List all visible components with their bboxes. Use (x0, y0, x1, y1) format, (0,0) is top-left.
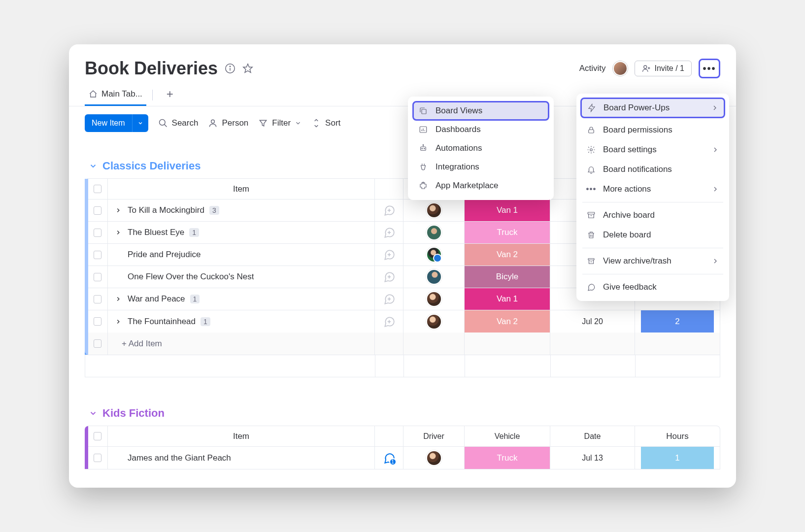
driver-avatar[interactable] (426, 202, 442, 218)
expand-icon[interactable] (114, 318, 123, 325)
expand-icon[interactable] (114, 229, 123, 236)
menu-settings-label: Board settings (603, 145, 657, 155)
item-name: The Bluest Eye (128, 228, 184, 237)
group-stripe (85, 426, 88, 469)
info-icon[interactable] (225, 63, 235, 74)
add-conversation-icon[interactable] (383, 270, 396, 283)
add-item-label: + Add Item (122, 339, 162, 349)
invite-icon (642, 64, 651, 73)
menu-integrations[interactable]: Integrations (413, 158, 549, 176)
driver-avatar[interactable] (426, 450, 442, 466)
conversation-icon[interactable]: 1 (383, 452, 396, 465)
row-checkbox[interactable] (94, 273, 101, 281)
chart-icon (419, 125, 429, 134)
menu-board-views[interactable]: Board Views (412, 101, 549, 121)
tab-main-table[interactable]: Main Tab... (85, 84, 146, 106)
select-all-checkbox[interactable] (94, 432, 101, 440)
table-row[interactable]: The Fountainhead1Van 2Jul 202 (85, 310, 720, 332)
svg-marker-33 (589, 104, 595, 112)
menu-marketplace-label: App Marketplace (436, 181, 499, 191)
chevron-right-icon (711, 104, 719, 112)
vehicle-cell[interactable]: Van 1 (465, 200, 550, 221)
date-cell[interactable]: Jul 13 (550, 447, 635, 469)
invite-button[interactable]: Invite / 1 (635, 61, 692, 76)
menu-permissions[interactable]: Board permissions (580, 120, 725, 140)
menu-delete-board-label: Delete board (603, 230, 651, 240)
menu-dashboards[interactable]: Dashboards (413, 120, 549, 139)
row-checkbox[interactable] (94, 317, 101, 326)
row-checkbox[interactable] (94, 295, 101, 303)
row-checkbox[interactable] (94, 206, 101, 215)
expand-icon[interactable] (114, 296, 123, 302)
activity-avatar[interactable] (613, 61, 628, 76)
menu-automations[interactable]: Automations (413, 139, 549, 158)
group-kids-grid: Item Driver Vehicle Date Hours James and… (85, 426, 720, 469)
select-all-checkbox[interactable] (94, 185, 101, 193)
add-conversation-icon[interactable] (383, 226, 396, 239)
driver-avatar[interactable] (426, 291, 442, 307)
menu-feedback[interactable]: Give feedback (580, 277, 725, 297)
menu-settings[interactable]: Board settings (580, 140, 725, 160)
activity-label[interactable]: Activity (579, 64, 606, 73)
invite-label: Invite / 1 (655, 64, 684, 73)
item-name: One Flew Over the Cuckoo's Nest (128, 272, 254, 282)
menu-power-ups-label: Board Power-Ups (604, 103, 670, 113)
new-item-button[interactable]: New Item (85, 114, 148, 132)
row-checkbox[interactable] (94, 229, 101, 237)
menu-power-ups[interactable]: Board Power-Ups (580, 98, 725, 118)
hours-cell[interactable]: 1 (641, 447, 714, 469)
add-conversation-icon[interactable] (383, 315, 396, 328)
menu-view-archive[interactable]: View archive/trash (580, 251, 725, 271)
vehicle-cell[interactable]: Van 2 (465, 244, 550, 266)
new-item-dropdown[interactable] (133, 114, 148, 132)
driver-avatar[interactable] (426, 225, 442, 240)
expand-icon[interactable] (114, 207, 123, 214)
vehicle-cell[interactable]: Bicyle (465, 266, 550, 288)
svg-rect-27 (421, 147, 426, 151)
add-conversation-icon[interactable] (383, 248, 396, 261)
menu-view-archive-label: View archive/trash (603, 256, 671, 266)
menu-notifications[interactable]: Board notifications (580, 160, 725, 179)
hours-cell[interactable]: 2 (641, 310, 714, 332)
vehicle-cell[interactable]: Truck (465, 447, 550, 469)
menu-archive-board[interactable]: Archive board (580, 205, 725, 225)
star-icon[interactable] (242, 63, 253, 74)
svg-point-35 (590, 149, 593, 151)
menu-divider (582, 202, 723, 202)
vehicle-cell[interactable]: Van 1 (465, 288, 550, 310)
row-checkbox[interactable] (94, 251, 101, 259)
row-checkbox[interactable] (94, 454, 101, 462)
group-kids-header[interactable]: Kids Fiction (89, 407, 720, 420)
person-tool[interactable]: Person (208, 118, 248, 128)
menu-delete-board[interactable]: Delete board (580, 225, 725, 245)
add-item-row[interactable]: + Add Item (85, 332, 720, 355)
vehicle-cell[interactable]: Van 2 (465, 310, 550, 332)
add-conversation-icon[interactable] (383, 293, 396, 305)
board-header: Book Deliveries Activity Invite / 1 ••• (69, 44, 736, 84)
menu-more-actions-label: More actions (603, 184, 651, 194)
driver-avatar[interactable] (426, 247, 442, 263)
add-tab-button[interactable]: + (167, 87, 173, 103)
driver-avatar[interactable] (426, 314, 442, 330)
item-name: The Fountainhead (128, 317, 196, 327)
search-tool[interactable]: Search (158, 118, 199, 128)
board-more-button[interactable]: ••• (699, 59, 720, 78)
svg-rect-36 (588, 212, 595, 214)
menu-more-actions[interactable]: ••• More actions (580, 179, 725, 199)
dots-icon: ••• (586, 184, 596, 194)
svg-point-28 (422, 148, 423, 149)
plug-icon (419, 163, 429, 171)
table-row[interactable]: James and the Giant Peach1TruckJul 131 (85, 447, 720, 469)
date-cell[interactable]: Jul 20 (550, 310, 635, 332)
add-conversation-icon[interactable] (383, 204, 396, 217)
board-frame: Book Deliveries Activity Invite / 1 ••• … (69, 44, 736, 488)
menu-marketplace[interactable]: App Marketplace (413, 176, 549, 195)
sort-tool[interactable]: Sort (311, 118, 340, 128)
new-item-label[interactable]: New Item (85, 114, 133, 132)
item-name: To Kill a Mockingbird (128, 205, 204, 215)
driver-avatar[interactable] (426, 269, 442, 285)
board-title: Book Deliveries (85, 58, 218, 79)
vehicle-cell[interactable]: Truck (465, 222, 550, 243)
checkbox[interactable] (94, 339, 101, 348)
filter-tool[interactable]: Filter (258, 118, 302, 128)
